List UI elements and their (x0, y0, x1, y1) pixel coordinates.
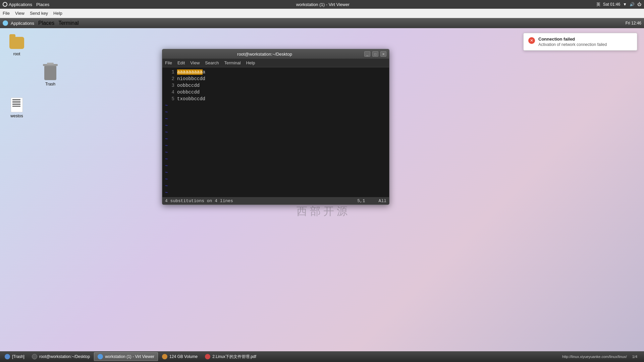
term-line-3: 3 oobbccdd (165, 82, 386, 89)
term-tilde-2: ~ (165, 109, 386, 116)
taskbar-page-indicator: 1/4 (630, 355, 640, 359)
guest-apps-area: Applications (3, 20, 34, 26)
terminal-title: root@workstation:~/Desktop (165, 52, 364, 57)
terminal-statusbar: 4 substitutions on 4 lines 5,1 All (162, 197, 389, 204)
host-places-button[interactable]: Places (36, 2, 49, 7)
guest-terminal-button[interactable]: Terminal (58, 20, 78, 26)
terminal-close-button[interactable]: ✕ (380, 51, 386, 57)
bottom-taskbar: [Trash] root@workstation:~/Desktop works… (0, 351, 644, 362)
trash-icon (42, 65, 58, 81)
terminal-menu-help[interactable]: Help (246, 60, 255, 65)
terminal-menu-terminal[interactable]: Terminal (224, 60, 241, 65)
power-icon: ⏻ (637, 2, 641, 7)
taskbar-url: http://linux.xiyueyuanke.com/linux/linux… (562, 355, 627, 359)
guest-applications-button[interactable]: Applications (11, 21, 34, 26)
term-tilde-5: ~ (165, 129, 386, 136)
term-tilde-12: ~ (165, 176, 386, 183)
terminal-menu-file[interactable]: File (165, 60, 172, 65)
desktop-icon-westos[interactable]: westos (3, 97, 30, 118)
textfile-icon (9, 97, 25, 113)
host-topbar: Applications Places workstation (1) - Vi… (0, 0, 644, 9)
term-tilde-14: ~ (165, 189, 386, 196)
taskbar-item-terminal[interactable]: root@workstation:~/Desktop (29, 352, 93, 361)
term-tilde-9: ~ (165, 156, 386, 163)
taskbar-pdf-label: 2.Linux下的文件管理.pdf (212, 354, 256, 360)
term-tilde-4: ~ (165, 122, 386, 129)
desktop: ✕ Connection failed Activation of networ… (0, 28, 644, 351)
terminal-menubar: File Edit View Search Terminal Help (162, 59, 389, 67)
terminal-status-right: 5,1 All (357, 198, 386, 203)
terminal-status-message: 4 substitutions on 4 lines (165, 198, 233, 203)
language-indicator: 英 (596, 2, 600, 7)
taskbar-pdf-icon (205, 354, 210, 359)
virt-viewer-menubar: File View Send key Help (0, 9, 644, 18)
notification-title: Connection failed (538, 37, 607, 42)
terminal-window-controls: _ □ ✕ (364, 51, 386, 57)
volume-icon: 🔊 (630, 2, 635, 7)
taskbar-virtviewer-icon (98, 354, 103, 359)
term-tilde-7: ~ (165, 142, 386, 149)
guest-places-button[interactable]: Places (38, 20, 54, 26)
taskbar-virtviewer-label: workstation (1) - Virt Viewer (105, 354, 154, 359)
notification-body: Activation of network connection failed (538, 42, 607, 47)
term-line-4: 4 oobbccdd (165, 89, 386, 96)
term-tilde-13: ~ (165, 183, 386, 189)
taskbar-volume-icon (162, 354, 167, 359)
desktop-icon-trash[interactable]: Trash (37, 65, 64, 86)
taskbar-volume-label: 124 GB Volume (169, 354, 198, 359)
term-line-2: 2 nioobbccdd (165, 75, 386, 82)
terminal-menu-view[interactable]: View (190, 60, 200, 65)
system-tray: 英 Sat 01:46 ▼ 🔊 ⏻ (596, 2, 641, 7)
term-tilde-8: ~ (165, 149, 386, 156)
terminal-view-mode: All (379, 198, 386, 203)
host-window-title: workstation (1) - Virt Viewer (53, 2, 592, 7)
clock: Sat 01:46 (603, 2, 620, 7)
desktop-icon-root[interactable]: root (3, 35, 30, 56)
network-icon: ▼ (623, 2, 627, 7)
term-tilde-3: ~ (165, 116, 386, 122)
term-tilde-10: ~ (165, 163, 386, 169)
term-tilde-6: ~ (165, 136, 386, 142)
term-tilde-15: ~ (165, 196, 386, 197)
notification-text: Connection failed Activation of network … (538, 37, 607, 47)
virt-menu-view[interactable]: View (15, 11, 24, 16)
term-tilde-11: ~ (165, 169, 386, 176)
taskbar-item-virtviewer[interactable]: workstation (1) - Virt Viewer (94, 352, 158, 361)
taskbar-right-area: http://linux.xiyueyuanke.com/linux/linux… (562, 355, 643, 359)
desktop-icon-root-label: root (13, 52, 20, 56)
taskbar-trash-icon (5, 354, 10, 359)
terminal-window: root@workstation:~/Desktop _ □ ✕ File Ed… (162, 49, 389, 205)
host-applications-button[interactable]: Applications (3, 2, 32, 7)
folder-icon (9, 35, 25, 51)
terminal-maximize-button[interactable]: □ (372, 51, 378, 57)
taskbar-item-pdf[interactable]: 2.Linux下的文件管理.pdf (202, 352, 260, 361)
watermark-text: 西 部 开 源 (297, 204, 347, 219)
virt-menu-file[interactable]: File (3, 11, 10, 16)
term-line-5: 5 txoobbccdd (165, 96, 386, 102)
terminal-content[interactable]: 1 aaaaaaaaaa 2 nioobbccdd 3 oobbccdd 4 o… (162, 67, 389, 197)
taskbar-item-volume[interactable]: 124 GB Volume (159, 352, 201, 361)
terminal-minimize-button[interactable]: _ (364, 51, 370, 57)
globe-icon (3, 2, 7, 7)
taskbar-terminal-icon (32, 354, 37, 359)
notification-error-icon: ✕ (528, 37, 535, 44)
terminal-cursor-pos: 5,1 (357, 198, 365, 203)
virt-menu-sendkey[interactable]: Send key (30, 11, 48, 16)
guest-clock: Fri 12:46 (626, 21, 641, 25)
taskbar-terminal-label: root@workstation:~/Desktop (39, 354, 90, 359)
term-line-1: 1 aaaaaaaaaa (165, 69, 386, 75)
connection-failed-notification: ✕ Connection failed Activation of networ… (523, 33, 637, 51)
terminal-menu-search[interactable]: Search (205, 60, 219, 65)
guest-apps-icon (3, 20, 8, 26)
taskbar-item-trash[interactable]: [Trash] (1, 352, 28, 361)
taskbar-trash-label: [Trash] (12, 354, 24, 359)
terminal-titlebar: root@workstation:~/Desktop _ □ ✕ (162, 49, 389, 59)
desktop-icon-trash-label: Trash (45, 82, 55, 86)
guest-taskbar: Applications Places Terminal Fri 12:46 (0, 18, 644, 28)
virt-menu-help[interactable]: Help (53, 11, 62, 16)
terminal-menu-edit[interactable]: Edit (177, 60, 185, 65)
desktop-icon-westos-label: westos (10, 114, 23, 118)
term-tilde-1: ~ (165, 102, 386, 109)
